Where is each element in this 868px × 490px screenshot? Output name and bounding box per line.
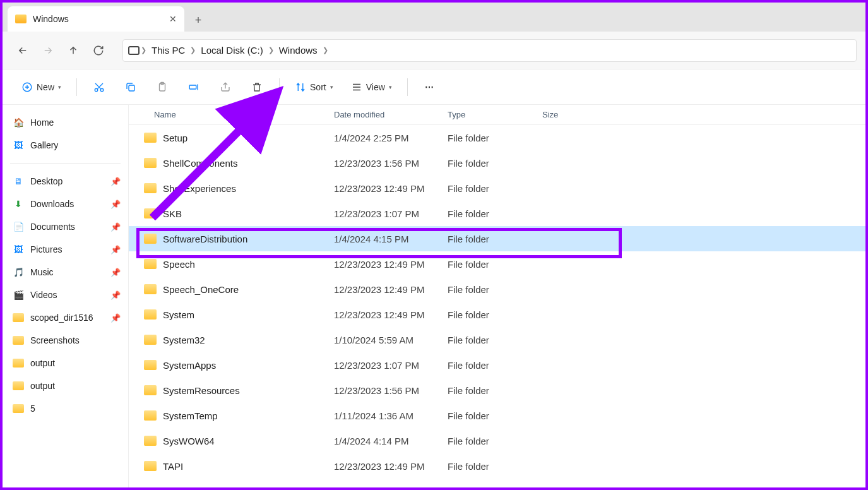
folder-icon	[15, 15, 27, 23]
file-name: Setup	[163, 133, 334, 143]
separator	[407, 78, 408, 96]
sort-button[interactable]: Sort ▾	[288, 76, 340, 99]
file-name: SystemApps	[163, 360, 334, 371]
sidebar-label: Music	[30, 267, 54, 277]
file-row[interactable]: System321/10/2024 5:59 AMFile folder	[129, 327, 865, 352]
new-tab-button[interactable]: +	[187, 9, 210, 32]
file-date: 12/23/2023 1:07 PM	[334, 360, 448, 371]
file-row[interactable]: SystemResources12/23/2023 1:56 PMFile fo…	[129, 378, 865, 403]
folder-icon	[13, 313, 24, 322]
sidebar-item-desktop[interactable]: 🖥Desktop📌	[6, 170, 124, 193]
file-row[interactable]: TAPI12/23/2023 12:49 PMFile folder	[129, 453, 865, 479]
pin-icon: 📌	[110, 245, 121, 254]
file-list: Name Date modified Type Size Setup1/4/20…	[129, 105, 865, 487]
column-headers: Name Date modified Type Size	[129, 105, 865, 125]
column-type[interactable]: Type	[448, 110, 542, 119]
file-name: SystemResources	[163, 385, 334, 396]
sidebar-item-music[interactable]: 🎵Music📌	[6, 261, 124, 284]
column-size[interactable]: Size	[542, 110, 593, 119]
sidebar-label: Desktop	[30, 176, 62, 186]
monitor-icon	[128, 46, 140, 55]
tab-windows[interactable]: Windows ✕	[8, 6, 184, 32]
folder-icon	[144, 335, 157, 345]
folder-icon	[144, 436, 157, 446]
folder-icon	[144, 360, 157, 370]
sidebar-item-videos[interactable]: 🎬Videos📌	[6, 284, 124, 306]
file-row[interactable]: Speech_OneCore12/23/2023 12:49 PMFile fo…	[129, 277, 865, 302]
pin-icon: 📌	[110, 313, 121, 323]
chevron-right-icon: ❯	[321, 46, 330, 54]
sidebar-item-pictures[interactable]: 🖼Pictures📌	[6, 238, 124, 261]
folder-icon	[144, 183, 157, 193]
breadcrumb-local-disk[interactable]: Local Disk (C:)	[197, 45, 266, 56]
breadcrumb-windows[interactable]: Windows	[275, 45, 321, 56]
sidebar-item-documents[interactable]: 📄Documents📌	[6, 215, 124, 238]
file-type: File folder	[448, 410, 542, 421]
refresh-button[interactable]	[87, 39, 110, 62]
address-bar[interactable]: ❯ This PC ❯ Local Disk (C:) ❯ Windows ❯	[122, 39, 857, 62]
file-row[interactable]: SystemApps12/23/2023 1:07 PMFile folder	[129, 352, 865, 378]
separator	[10, 163, 121, 164]
folder-icon	[13, 404, 24, 413]
download-icon: ⬇	[13, 198, 24, 210]
svg-point-2	[100, 88, 104, 92]
column-name[interactable]: Name	[129, 110, 334, 119]
file-row[interactable]: SystemTemp1/11/2024 1:36 AMFile folder	[129, 403, 865, 428]
file-type: File folder	[448, 259, 542, 270]
back-button[interactable]	[11, 39, 34, 62]
sidebar-label: Videos	[30, 290, 57, 300]
file-name: Speech_OneCore	[163, 284, 334, 295]
file-row[interactable]: System12/23/2023 12:49 PMFile folder	[129, 302, 865, 327]
sidebar-item-downloads[interactable]: ⬇Downloads📌	[6, 193, 124, 215]
file-row[interactable]: SysWOW641/4/2024 4:14 PMFile folder	[129, 428, 865, 453]
file-type: File folder	[448, 360, 542, 371]
sidebar-gallery[interactable]: 🖼Gallery	[6, 134, 124, 157]
forward-button[interactable]	[37, 39, 59, 62]
paste-button[interactable]	[149, 76, 175, 99]
file-name: SKB	[163, 208, 334, 219]
copy-button[interactable]	[117, 76, 144, 99]
file-row[interactable]: ShellComponents12/23/2023 1:56 PMFile fo…	[129, 150, 865, 176]
file-row[interactable]: Speech12/23/2023 12:49 PMFile folder	[129, 251, 865, 277]
chevron-right-icon: ❯	[267, 46, 275, 54]
chevron-down-icon: ▾	[389, 84, 392, 90]
sidebar-label: Home	[30, 117, 54, 128]
file-name: System	[163, 309, 334, 320]
column-date[interactable]: Date modified	[334, 110, 448, 119]
folder-icon	[13, 336, 24, 345]
delete-button[interactable]	[244, 76, 270, 99]
rename-button[interactable]	[181, 76, 207, 99]
cut-button[interactable]	[86, 76, 112, 99]
up-button[interactable]	[62, 39, 85, 62]
pic-icon: 🖼	[13, 244, 24, 255]
file-date: 12/23/2023 1:56 PM	[334, 158, 448, 169]
sidebar-label: Documents	[30, 222, 75, 232]
svg-rect-6	[189, 85, 196, 89]
new-button[interactable]: New ▾	[15, 76, 68, 99]
file-date: 1/4/2024 4:14 PM	[334, 436, 448, 446]
breadcrumb-this-pc[interactable]: This PC	[148, 45, 189, 56]
more-button[interactable]: ⋯	[417, 76, 443, 99]
sidebar-item-output[interactable]: output	[6, 374, 124, 397]
sidebar-label: Gallery	[30, 140, 58, 150]
file-type: File folder	[448, 335, 542, 345]
folder-icon	[144, 309, 157, 320]
sidebar-item-screenshots[interactable]: Screenshots	[6, 329, 124, 352]
file-name: Speech	[163, 259, 334, 270]
file-date: 12/23/2023 1:07 PM	[334, 208, 448, 219]
close-tab-icon[interactable]: ✕	[169, 14, 177, 24]
file-row[interactable]: ShellExperiences12/23/2023 12:49 PMFile …	[129, 176, 865, 201]
folder-icon	[144, 385, 157, 395]
file-row[interactable]: Setup1/4/2024 2:25 PMFile folder	[129, 125, 865, 150]
sidebar-item-output[interactable]: output	[6, 352, 124, 374]
file-date: 12/23/2023 12:49 PM	[334, 284, 448, 295]
file-row[interactable]: SKB12/23/2023 1:07 PMFile folder	[129, 201, 865, 226]
sidebar-item-5[interactable]: 5	[6, 397, 124, 420]
view-button[interactable]: View ▾	[345, 76, 398, 99]
file-type: File folder	[448, 284, 542, 295]
sidebar-home[interactable]: 🏠Home	[6, 111, 124, 134]
file-row[interactable]: SoftwareDistribution1/4/2024 4:15 PMFile…	[129, 226, 865, 251]
sidebar-item-scoped-dir1516[interactable]: scoped_dir1516📌	[6, 306, 124, 329]
share-button[interactable]	[212, 76, 239, 99]
file-type: File folder	[448, 158, 542, 169]
